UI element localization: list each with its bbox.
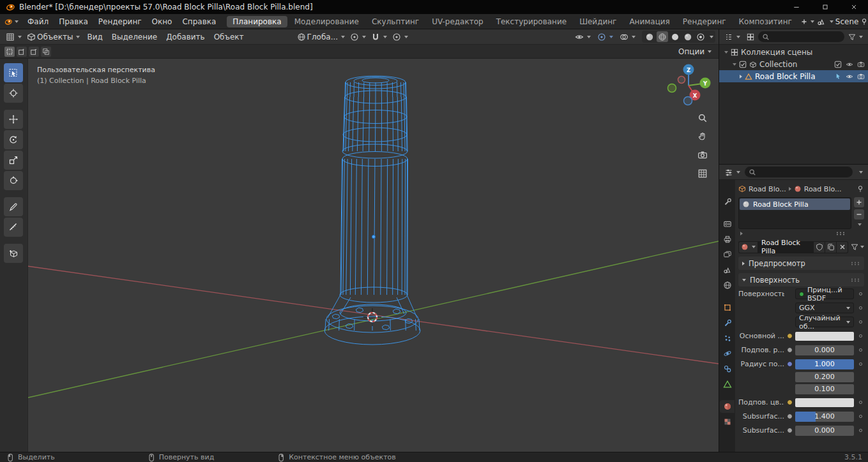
zoom-icon[interactable] [697,112,708,124]
breadcrumb-material[interactable]: Road Blo... [804,185,842,193]
collection-checkbox-icon[interactable] [739,61,747,68]
decorator[interactable] [857,348,864,352]
properties-search-input[interactable] [745,167,853,177]
new-material-button[interactable] [825,241,837,253]
shading-material-button[interactable] [682,31,694,42]
proportional-edit-dropdown[interactable] [390,33,411,41]
decorator[interactable] [857,362,864,366]
outliner-display-mode-icon[interactable] [744,33,757,41]
tab-particles[interactable] [720,332,735,345]
exclude-checkbox-icon[interactable] [834,61,842,68]
workspace-tab-layout[interactable]: Планировка [227,16,287,27]
pivot-point-dropdown[interactable] [347,33,369,41]
material-name-field[interactable]: Road Block Pilla [758,241,814,253]
material-slot-list[interactable]: Road Block Pilla [738,197,851,229]
shading-wireframe-button[interactable] [657,31,668,42]
radius-y-field[interactable]: 0.200 [795,372,854,382]
add-slot-button[interactable] [854,197,864,207]
overlays-toggle[interactable] [617,33,638,41]
outliner-filter-button[interactable] [846,33,865,41]
pin-icon[interactable] [860,18,868,26]
breadcrumb-object[interactable]: Road Blo... [749,185,786,193]
shading-rendered-button[interactable] [695,31,706,42]
workspace-tab-animation[interactable]: Анимация [623,16,675,27]
ortho-grid-icon[interactable] [697,168,708,179]
measure-tool[interactable] [4,218,23,237]
rotate-tool[interactable] [4,130,23,149]
unlink-material-button[interactable] [837,241,848,253]
workspace-tab-sculpting[interactable]: Скульптинг [366,16,425,27]
hide-eye-icon[interactable] [846,61,853,68]
menu-edit[interactable]: Правка [54,14,93,29]
hide-eye-icon[interactable] [846,73,853,80]
subsurface-color-swatch[interactable] [795,398,854,407]
render-camera-icon[interactable] [857,61,865,68]
workspace-tab-uv[interactable]: UV-редактор [426,16,489,27]
tab-object[interactable] [720,301,735,314]
axis-y-neg-ball[interactable] [668,84,676,93]
menu-select[interactable]: Выделение [107,29,162,45]
mode-selector[interactable]: Объекты [24,33,82,41]
add-cube-tool[interactable] [4,244,23,263]
workspace-tab-modeling[interactable]: Моделирование [289,16,365,27]
add-workspace-button[interactable] [798,19,817,25]
subsurface-ior-slider[interactable]: 1.400 [795,412,854,422]
outliner-row-road-block-pilla[interactable]: Road Block Pilla [719,70,868,82]
minimize-button[interactable] [782,0,811,14]
tab-world[interactable] [720,279,735,292]
fake-user-button[interactable] [814,241,825,253]
menu-add[interactable]: Добавить [162,29,209,45]
decorator[interactable] [857,429,864,432]
shading-solid-button[interactable] [669,31,681,42]
editor-type-button[interactable] [3,33,24,41]
properties-options-button[interactable] [855,171,865,174]
slot-specials-menu[interactable] [858,223,862,226]
distribution-dropdown[interactable]: GGX [795,302,854,313]
tab-view-layer[interactable] [720,248,735,261]
close-button[interactable] [839,0,868,14]
decorator[interactable] [857,401,864,404]
select-box-tool[interactable] [4,63,23,82]
remove-slot-button[interactable] [854,209,864,220]
expand-icon[interactable] [740,232,743,235]
menu-view[interactable]: Вид [82,29,107,45]
panel-surface[interactable]: Поверхность [738,273,864,287]
pan-hand-icon[interactable] [697,131,708,142]
move-tool[interactable] [4,110,23,129]
menu-help[interactable]: Справка [177,14,221,29]
select-subtract-mode-icon[interactable] [29,47,39,57]
subsurface-method-dropdown[interactable]: Случайный об... [795,317,854,327]
cursor-tool[interactable] [4,84,23,103]
tab-object-data[interactable] [720,378,735,391]
tab-render[interactable] [720,218,735,230]
scene-selector[interactable]: Scene [817,17,868,26]
object-visibility-dropdown[interactable] [572,33,593,41]
gizmos-toggle[interactable] [595,33,616,41]
menu-window[interactable]: Окно [147,14,178,29]
material-slot-active[interactable]: Road Block Pilla [740,198,850,210]
restrict-select-icon[interactable] [834,73,842,80]
workspace-tab-texture-paint[interactable]: Текстурирование [491,16,572,27]
tab-output[interactable] [720,233,735,246]
radius-z-field[interactable]: 0.100 [795,384,854,394]
tab-constraints[interactable] [720,362,735,375]
transform-tool[interactable] [4,171,23,190]
outliner-row-collection[interactable]: Collection [719,58,868,70]
base-color-swatch[interactable] [795,332,854,341]
render-camera-icon[interactable] [857,73,865,80]
shader-node-button[interactable]: Принц...й BSDF [795,288,854,299]
outliner-editor-button[interactable] [722,33,743,41]
properties-editor-button[interactable] [722,168,743,177]
select-intersect-mode-icon[interactable] [41,47,51,57]
axis-x-neg-ball[interactable] [678,77,685,84]
decorator[interactable] [857,415,864,418]
axis-z-neg-ball[interactable] [684,97,692,105]
scale-tool[interactable] [4,151,23,170]
radius-x-field[interactable]: 1.000 [795,359,854,369]
tab-tool[interactable] [720,195,735,208]
annotate-tool[interactable] [4,197,23,216]
outliner-search-input[interactable] [758,31,844,42]
workspace-tab-shading[interactable]: Шейдинг [574,16,622,27]
browse-material-button[interactable] [738,241,758,253]
camera-view-icon[interactable] [697,149,708,161]
